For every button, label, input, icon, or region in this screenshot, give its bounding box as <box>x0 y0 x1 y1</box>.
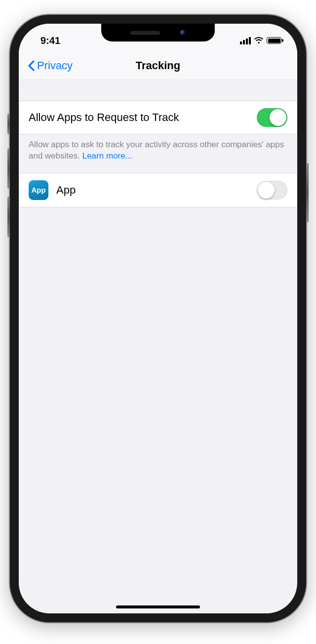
notch <box>101 24 215 41</box>
wifi-icon <box>254 37 264 44</box>
side-button <box>7 114 10 134</box>
app-tracking-toggle[interactable] <box>257 181 287 200</box>
status-time: 9:41 <box>35 35 60 46</box>
volume-down-button <box>7 197 10 237</box>
front-camera <box>180 30 186 36</box>
chevron-left-icon <box>28 60 35 71</box>
app-name-label: App <box>56 184 257 197</box>
app-icon: App <box>29 180 48 200</box>
toggle-knob <box>270 109 286 126</box>
cellular-icon <box>240 37 251 44</box>
back-button[interactable]: Privacy <box>28 59 73 72</box>
battery-icon <box>267 37 281 44</box>
volume-up-button <box>7 148 10 189</box>
power-button <box>306 163 309 222</box>
learn-more-link[interactable]: Learn more... <box>82 151 132 161</box>
content: Allow Apps to Request to Track Allow app… <box>19 80 297 207</box>
allow-tracking-toggle[interactable] <box>257 108 287 127</box>
app-tracking-cell: App App <box>19 173 297 207</box>
back-label: Privacy <box>37 59 73 72</box>
allow-tracking-label: Allow Apps to Request to Track <box>29 111 257 124</box>
allow-tracking-cell: Allow Apps to Request to Track <box>19 101 297 134</box>
toggle-knob <box>258 182 275 199</box>
phone-frame: 9:41 Privacy Tracking Allow Apps to Requ… <box>10 15 306 622</box>
page-title: Tracking <box>136 59 180 72</box>
tracking-footer: Allow apps to ask to track your activity… <box>19 134 297 167</box>
home-indicator[interactable] <box>116 605 200 608</box>
nav-bar: Privacy Tracking <box>19 51 297 80</box>
tracking-footer-text: Allow apps to ask to track your activity… <box>29 140 284 161</box>
speaker <box>130 31 160 35</box>
status-icons <box>240 37 281 44</box>
screen: 9:41 Privacy Tracking Allow Apps to Requ… <box>19 24 297 613</box>
